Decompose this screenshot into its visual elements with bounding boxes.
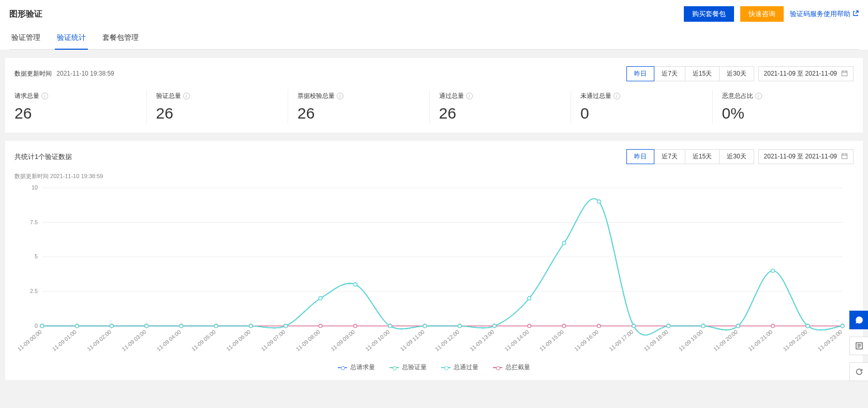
range-15d[interactable]: 近15天 (685, 66, 720, 81)
svg-rect-0 (842, 71, 847, 76)
svg-text:11-09 09:00: 11-09 09:00 (330, 329, 356, 353)
svg-text:11-09 04:00: 11-09 04:00 (155, 329, 182, 353)
svg-text:11-09 08:00: 11-09 08:00 (295, 329, 321, 353)
svg-point-137 (841, 324, 844, 327)
tab-verify-manage[interactable]: 验证管理 (9, 28, 42, 50)
chart-range-yesterday[interactable]: 昨日 (626, 149, 654, 164)
svg-text:11-09 16:00: 11-09 16:00 (573, 329, 600, 353)
legend-req[interactable]: 总请求量 (338, 363, 375, 372)
buy-package-button[interactable]: 购买套餐包 (684, 6, 734, 22)
tab-package-manage[interactable]: 套餐包管理 (100, 28, 141, 50)
svg-text:2.5: 2.5 (30, 288, 38, 294)
legend-block[interactable]: 总拦截量 (493, 363, 530, 372)
svg-point-118 (179, 324, 183, 327)
legend-swatch-verify (390, 366, 399, 370)
stat-value: 26 (439, 105, 562, 122)
stat-label: 恶意总占比i (722, 92, 845, 100)
legend-swatch-block (493, 366, 502, 370)
info-icon[interactable]: i (755, 93, 762, 99)
chart-date-range-picker[interactable]: 2021-11-09 至 2021-11-09 (758, 149, 854, 164)
svg-point-129 (562, 241, 565, 244)
stat-card: 验证总量i26 (146, 90, 288, 124)
range-30d[interactable]: 近30天 (719, 66, 754, 81)
svg-text:11-09 14:00: 11-09 14:00 (503, 329, 530, 353)
info-icon[interactable]: i (337, 93, 343, 99)
svg-point-117 (145, 324, 148, 327)
svg-point-115 (75, 324, 78, 327)
stat-value: 26 (297, 105, 420, 122)
tab-verify-stats[interactable]: 验证统计 (55, 28, 88, 50)
svg-text:11-09 03:00: 11-09 03:00 (121, 329, 147, 353)
summary-section: 数据更新时间 2021-11-10 19:38:59 昨日 近7天 近15天 近… (5, 58, 863, 133)
chart-section-title: 共统计1个验证数据 (14, 152, 72, 162)
svg-point-116 (110, 324, 113, 327)
svg-point-106 (597, 324, 601, 327)
svg-text:11-09 19:00: 11-09 19:00 (678, 329, 704, 353)
chart-range-15d[interactable]: 近15天 (685, 149, 720, 164)
svg-text:11-09 07:00: 11-09 07:00 (260, 329, 286, 353)
chat-float-button[interactable] (849, 311, 868, 329)
svg-point-136 (806, 324, 809, 327)
stat-card: 票据校验总量i26 (288, 90, 429, 124)
svg-point-114 (40, 324, 43, 327)
stat-label: 请求总量i (14, 92, 137, 100)
legend-label-req: 总请求量 (350, 363, 375, 372)
legend-pass[interactable]: 总通过量 (441, 363, 478, 372)
svg-text:11-09 12:00: 11-09 12:00 (434, 329, 460, 353)
svg-rect-4 (842, 154, 847, 158)
quick-consult-button[interactable]: 快速咨询 (740, 6, 784, 22)
stat-value: 0 (580, 105, 703, 122)
svg-text:11-09 02:00: 11-09 02:00 (86, 329, 112, 353)
feedback-float-button[interactable] (849, 337, 868, 355)
chart-range-7d[interactable]: 近7天 (654, 149, 685, 164)
svg-text:0: 0 (35, 323, 38, 329)
svg-point-133 (701, 324, 705, 327)
svg-point-132 (667, 324, 670, 327)
refresh-float-button[interactable] (849, 362, 868, 381)
svg-point-119 (215, 324, 218, 327)
update-time-label: 数据更新时间 (14, 70, 52, 77)
stat-value: 26 (14, 105, 137, 122)
svg-point-104 (528, 324, 531, 327)
external-link-icon (852, 10, 859, 18)
svg-text:11-09 01:00: 11-09 01:00 (51, 329, 78, 353)
range-yesterday[interactable]: 昨日 (626, 66, 654, 81)
svg-text:11-09 22:00: 11-09 22:00 (782, 329, 808, 353)
range-7d[interactable]: 近7天 (654, 66, 685, 81)
svg-point-131 (632, 324, 635, 327)
svg-text:11-09 13:00: 11-09 13:00 (469, 329, 495, 353)
page-title: 图形验证 (9, 9, 42, 20)
svg-text:11-09 23:00: 11-09 23:00 (817, 329, 843, 353)
calendar-icon (841, 153, 848, 161)
legend-swatch-pass (441, 366, 451, 370)
svg-text:11-09 11:00: 11-09 11:00 (399, 329, 425, 353)
legend-label-verify: 总验证量 (402, 363, 427, 372)
svg-text:11-09 18:00: 11-09 18:00 (642, 329, 669, 353)
info-icon[interactable]: i (183, 93, 190, 99)
svg-text:10: 10 (32, 184, 38, 191)
svg-point-120 (249, 324, 252, 327)
chart-update-time: 数据更新时间 2021-11-10 19:38:59 (14, 172, 854, 180)
chart-update-time-value: 2021-11-10 19:38:59 (50, 173, 103, 179)
svg-point-124 (388, 324, 392, 327)
svg-text:11-09 06:00: 11-09 06:00 (225, 329, 251, 353)
svg-text:7.5: 7.5 (30, 219, 38, 225)
chart-update-time-label: 数据更新时间 (14, 173, 49, 179)
svg-text:11-09 17:00: 11-09 17:00 (608, 329, 634, 353)
legend-swatch-req (338, 366, 347, 370)
legend-label-pass: 总通过量 (454, 363, 478, 372)
info-icon[interactable]: i (41, 93, 48, 99)
svg-text:11-09 05:00: 11-09 05:00 (190, 329, 217, 353)
svg-point-111 (771, 324, 774, 327)
date-range-picker[interactable]: 2021-11-09 至 2021-11-09 (758, 66, 854, 81)
stat-value: 26 (156, 105, 279, 122)
svg-text:11-09 00:00: 11-09 00:00 (16, 329, 42, 353)
info-icon[interactable]: i (466, 93, 473, 99)
help-link[interactable]: 验证码服务使用帮助 (790, 9, 859, 19)
chart-range-30d[interactable]: 近30天 (719, 149, 754, 164)
info-icon[interactable]: i (613, 93, 620, 99)
stat-label: 未通过总量i (580, 92, 703, 100)
chart-date-range-tabs: 昨日 近7天 近15天 近30天 (626, 149, 754, 164)
legend-verify[interactable]: 总验证量 (390, 363, 427, 372)
stat-label: 票据校验总量i (297, 92, 420, 100)
